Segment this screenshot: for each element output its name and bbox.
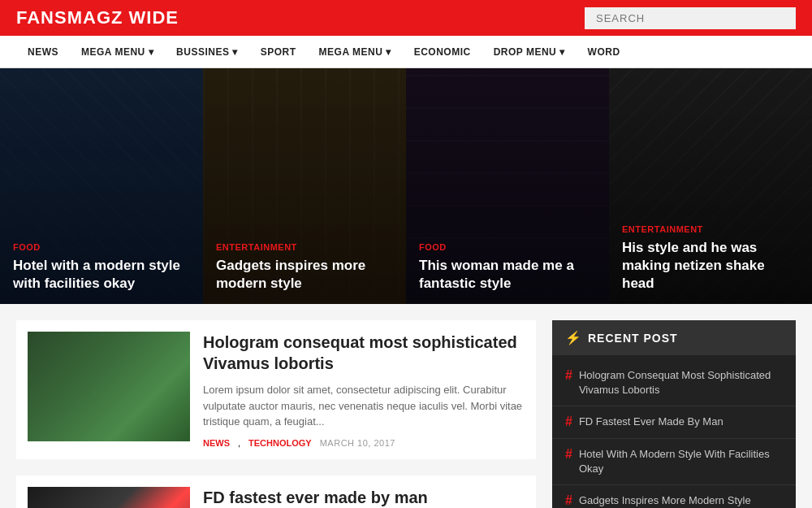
recent-post-widget: ⚡ RECENT POST # Hologram Consequat Most … <box>552 320 796 508</box>
hero-overlay-1: FOOD Hotel with a modern style with faci… <box>0 231 203 304</box>
post-title-4: Gadgets Inspires More Modern Style <box>579 493 751 508</box>
recent-post-item-3[interactable]: # Hotel With A Modern Style With Facilit… <box>552 439 796 485</box>
post-hash-1: # <box>565 368 572 383</box>
nav-item-bussines[interactable]: BUSSINES ▾ <box>165 46 249 58</box>
hero-overlay-4: ENTERTAINMENT His style and he was makin… <box>609 213 812 304</box>
nav-item-word[interactable]: WORD <box>577 46 632 58</box>
site-title: FANSMAGZ WIDE <box>16 7 179 28</box>
article-cat-news[interactable]: NEWS <box>203 438 230 448</box>
hero-title-3: This woman made me a fantastic style <box>419 257 596 293</box>
article-card-2: FD fastest ever made by man Lorem ipsum … <box>16 475 536 509</box>
header: FANSMAGZ WIDE <box>0 0 812 36</box>
article-thumb-1[interactable] <box>28 332 190 441</box>
article-date-1: MARCH 10, 2017 <box>320 438 395 448</box>
hero-item-4[interactable]: ENTERTAINMENT His style and he was makin… <box>609 68 812 304</box>
post-title-1: Hologram Consequat Most Sophisticated Vi… <box>579 368 783 397</box>
article-cat-technology[interactable]: TECHNOLOGY <box>248 438 312 448</box>
recent-post-list: # Hologram Consequat Most Sophisticated … <box>552 355 796 508</box>
search-input[interactable] <box>585 7 796 29</box>
hero-title-2: Gadgets inspires more modern style <box>216 257 393 293</box>
post-hash-4: # <box>565 493 572 508</box>
hero-item-3[interactable]: FOOD This woman made me a fantastic styl… <box>406 68 609 304</box>
bolt-icon: ⚡ <box>565 330 581 345</box>
recent-post-item-1[interactable]: # Hologram Consequat Most Sophisticated … <box>552 360 796 406</box>
post-hash-3: # <box>565 447 572 462</box>
hero-title-4: His style and he was making netizen shak… <box>622 239 799 293</box>
hero-category-3: FOOD <box>419 242 596 252</box>
post-title-3: Hotel With A Modern Style With Facilitie… <box>579 447 783 476</box>
nav-item-sport[interactable]: SPORT <box>249 46 308 58</box>
articles-section: Hologram consequat most sophisticated Vi… <box>16 320 536 508</box>
nav-item-news[interactable]: NEWS <box>16 46 70 58</box>
recent-post-item-4[interactable]: # Gadgets Inspires More Modern Style <box>552 485 796 508</box>
search-bar[interactable] <box>585 7 796 29</box>
nav-item-drop-menu[interactable]: DROP MENU ▾ <box>482 46 577 58</box>
article-meta-1: NEWS , TECHNOLOGY MARCH 10, 2017 <box>203 438 525 448</box>
article-card-1: Hologram consequat most sophisticated Vi… <box>16 320 536 459</box>
article-title-2[interactable]: FD fastest ever made by man <box>203 487 525 508</box>
nav-item-mega-menu-2[interactable]: MEGA MENU ▾ <box>308 46 403 58</box>
recent-post-item-2[interactable]: # FD Fastest Ever Made By Man <box>552 406 796 438</box>
hero-category-2: ENTERTAINMENT <box>216 242 393 252</box>
article-info-2: FD fastest ever made by man Lorem ipsum … <box>203 487 525 509</box>
hero-item-2[interactable]: ENTERTAINMENT Gadgets inspires more mode… <box>203 68 406 304</box>
article-thumb-2[interactable] <box>28 487 190 509</box>
post-hash-2: # <box>565 415 572 429</box>
main-nav: NEWS MEGA MENU ▾ BUSSINES ▾ SPORT MEGA M… <box>0 36 812 68</box>
recent-post-title: RECENT POST <box>588 332 678 345</box>
hero-category-4: ENTERTAINMENT <box>622 224 799 234</box>
article-excerpt-1: Lorem ipsum dolor sit amet, consectetur … <box>203 382 525 430</box>
sidebar: ⚡ RECENT POST # Hologram Consequat Most … <box>552 320 796 508</box>
widget-title-bar: ⚡ RECENT POST <box>552 320 796 355</box>
nav-item-economic[interactable]: ECONOMIC <box>403 46 482 58</box>
article-title-1[interactable]: Hologram consequat most sophisticated Vi… <box>203 332 525 374</box>
nav-item-mega-menu-1[interactable]: MEGA MENU ▾ <box>70 46 165 58</box>
hero-category-1: FOOD <box>13 242 190 252</box>
article-info-1: Hologram consequat most sophisticated Vi… <box>203 332 525 448</box>
hero-grid: FOOD Hotel with a modern style with faci… <box>0 68 812 304</box>
hero-overlay-3: FOOD This woman made me a fantastic styl… <box>406 231 609 304</box>
post-title-2: FD Fastest Ever Made By Man <box>579 415 723 429</box>
hero-overlay-2: ENTERTAINMENT Gadgets inspires more mode… <box>203 231 406 304</box>
hero-title-1: Hotel with a modern style with facilitie… <box>13 257 190 293</box>
article-cat-separator: , <box>238 438 240 448</box>
hero-item-1[interactable]: FOOD Hotel with a modern style with faci… <box>0 68 203 304</box>
main-content: Hologram consequat most sophisticated Vi… <box>0 304 812 508</box>
